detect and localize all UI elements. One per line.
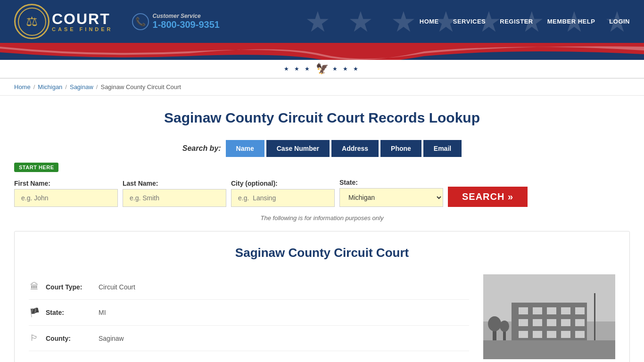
state-label: State: bbox=[339, 179, 443, 186]
left-stars: ★ ★ ★ bbox=[284, 66, 312, 72]
start-here-badge: START HERE bbox=[14, 163, 58, 172]
svg-rect-4 bbox=[519, 307, 528, 314]
last-name-label: Last Name: bbox=[123, 180, 226, 187]
phone-number: 1-800-309-9351 bbox=[153, 19, 220, 30]
state-group: State: Michigan Alabama Alaska Arizona A… bbox=[339, 179, 443, 207]
phone-area: 📞 Customer Service 1-800-309-9351 bbox=[132, 13, 220, 30]
page-title: Saginaw County Circuit Court Records Loo… bbox=[14, 110, 630, 126]
building-svg bbox=[483, 274, 615, 359]
svg-rect-6 bbox=[547, 307, 556, 314]
search-section: Search by: Name Case Number Address Phon… bbox=[14, 140, 630, 222]
eagle-icon: 🦅 bbox=[316, 63, 329, 75]
breadcrumb-sep-1: / bbox=[33, 83, 35, 90]
breadcrumb-michigan[interactable]: Michigan bbox=[38, 83, 62, 90]
nav-services[interactable]: SERVICES bbox=[453, 18, 486, 25]
eagle-center: ★ ★ ★ 🦅 ★ ★ ★ bbox=[284, 63, 360, 75]
county-row: 🏳 County: Saginaw bbox=[29, 326, 469, 351]
svg-rect-15 bbox=[533, 331, 542, 338]
svg-rect-10 bbox=[533, 319, 542, 326]
city-label: City (optional): bbox=[231, 180, 335, 187]
form-container: START HERE First Name: Last Name: City (… bbox=[14, 163, 630, 207]
breadcrumb-home[interactable]: Home bbox=[14, 83, 31, 90]
breadcrumb-current: Saginaw County Circuit Court bbox=[100, 83, 181, 90]
nav-home[interactable]: HOME bbox=[420, 18, 439, 25]
state-detail-value: MI bbox=[99, 309, 106, 316]
svg-rect-12 bbox=[561, 319, 570, 326]
breadcrumb: Home / Michigan / Saginaw / Saginaw Coun… bbox=[14, 83, 630, 90]
svg-rect-9 bbox=[519, 319, 528, 326]
breadcrumb-bar: Home / Michigan / Saginaw / Saginaw Coun… bbox=[0, 79, 644, 96]
court-type-value: Circuit Court bbox=[99, 283, 135, 291]
phone-icon: 📞 bbox=[132, 13, 149, 30]
main-nav: HOME SERVICES REGISTER MEMBER HELP LOGIN bbox=[420, 18, 630, 25]
court-type-row: 🏛 Court Type: Circuit Court bbox=[29, 274, 469, 300]
tab-name[interactable]: Name bbox=[226, 140, 264, 157]
nav-register[interactable]: REGISTER bbox=[500, 18, 533, 25]
tab-case-number[interactable]: Case Number bbox=[266, 140, 330, 157]
logo-circle: ⚖ bbox=[14, 4, 50, 39]
first-name-input[interactable] bbox=[14, 189, 118, 207]
first-name-label: First Name: bbox=[14, 180, 118, 187]
form-row: First Name: Last Name: City (optional): … bbox=[14, 179, 630, 207]
search-tabs: Name Case Number Address Phone Email bbox=[226, 140, 462, 157]
search-by-label: Search by: bbox=[182, 144, 221, 153]
city-input[interactable] bbox=[231, 189, 335, 207]
search-button[interactable]: SEARCH » bbox=[448, 187, 528, 207]
info-note: The following is for information purpose… bbox=[14, 214, 630, 222]
customer-service-label: Customer Service bbox=[153, 13, 220, 19]
court-type-label: Court Type: bbox=[46, 283, 93, 291]
tab-email[interactable]: Email bbox=[423, 140, 462, 157]
court-card-title: Saginaw County Circuit Court bbox=[29, 246, 615, 260]
breadcrumb-saginaw[interactable]: Saginaw bbox=[70, 83, 93, 90]
tab-phone[interactable]: Phone bbox=[380, 140, 421, 157]
breadcrumb-sep-2: / bbox=[65, 83, 67, 90]
state-select[interactable]: Michigan Alabama Alaska Arizona Arkansas… bbox=[339, 188, 443, 207]
svg-rect-16 bbox=[547, 331, 556, 338]
state-row: 🏴 State: MI bbox=[29, 300, 469, 326]
breadcrumb-sep-3: / bbox=[96, 83, 98, 90]
svg-rect-2 bbox=[483, 340, 615, 359]
svg-rect-18 bbox=[575, 331, 585, 338]
logo-text: COURT CASE FINDER bbox=[52, 11, 113, 32]
county-value: Saginaw bbox=[99, 335, 124, 342]
svg-rect-13 bbox=[575, 319, 585, 326]
logo-area: ⚖ COURT CASE FINDER bbox=[14, 4, 113, 39]
court-details: 🏛 Court Type: Circuit Court 🏴 State: MI … bbox=[29, 274, 469, 359]
tab-address[interactable]: Address bbox=[331, 140, 379, 157]
county-label: County: bbox=[46, 335, 93, 342]
state-icon: 🏴 bbox=[29, 307, 40, 318]
court-card-content: 🏛 Court Type: Circuit Court 🏴 State: MI … bbox=[29, 274, 615, 359]
nav-member-help[interactable]: MEMBER HELP bbox=[547, 18, 595, 25]
phone-text: Customer Service 1-800-309-9351 bbox=[153, 13, 220, 30]
last-name-group: Last Name: bbox=[123, 180, 226, 207]
svg-rect-7 bbox=[561, 307, 570, 314]
site-header: ★ ★ ★ ★ ★ ★ ★ ★ ⚖ COURT CASE FINDER 📞 Cu… bbox=[0, 0, 644, 43]
court-card: Saginaw County Circuit Court 🏛 Court Typ… bbox=[14, 231, 630, 362]
court-type-icon: 🏛 bbox=[29, 282, 40, 292]
nav-login[interactable]: LOGIN bbox=[609, 18, 630, 25]
svg-point-21 bbox=[488, 316, 501, 331]
court-image bbox=[483, 274, 615, 359]
last-name-input[interactable] bbox=[123, 189, 226, 207]
main-content: Saginaw County Circuit Court Records Loo… bbox=[0, 96, 644, 362]
logo-inner: ⚖ bbox=[18, 8, 46, 36]
scales-icon: ⚖ bbox=[26, 14, 38, 29]
svg-rect-11 bbox=[547, 319, 556, 326]
svg-point-23 bbox=[500, 321, 509, 332]
logo-court-text: COURT bbox=[52, 11, 113, 26]
right-stars: ★ ★ ★ bbox=[332, 66, 361, 72]
svg-rect-8 bbox=[575, 307, 585, 314]
first-name-group: First Name: bbox=[14, 180, 118, 207]
logo-case-finder-text: CASE FINDER bbox=[52, 26, 113, 32]
state-detail-label: State: bbox=[46, 309, 93, 316]
svg-rect-5 bbox=[533, 307, 542, 314]
svg-rect-19 bbox=[594, 293, 595, 340]
svg-rect-17 bbox=[561, 331, 570, 338]
eagle-banner: ★ ★ ★ 🦅 ★ ★ ★ bbox=[0, 60, 644, 79]
county-icon: 🏳 bbox=[29, 333, 40, 343]
wave-svg bbox=[0, 43, 644, 60]
wave-container bbox=[0, 43, 644, 60]
city-group: City (optional): bbox=[231, 180, 335, 207]
svg-rect-14 bbox=[519, 331, 528, 338]
search-by-row: Search by: Name Case Number Address Phon… bbox=[14, 140, 630, 157]
